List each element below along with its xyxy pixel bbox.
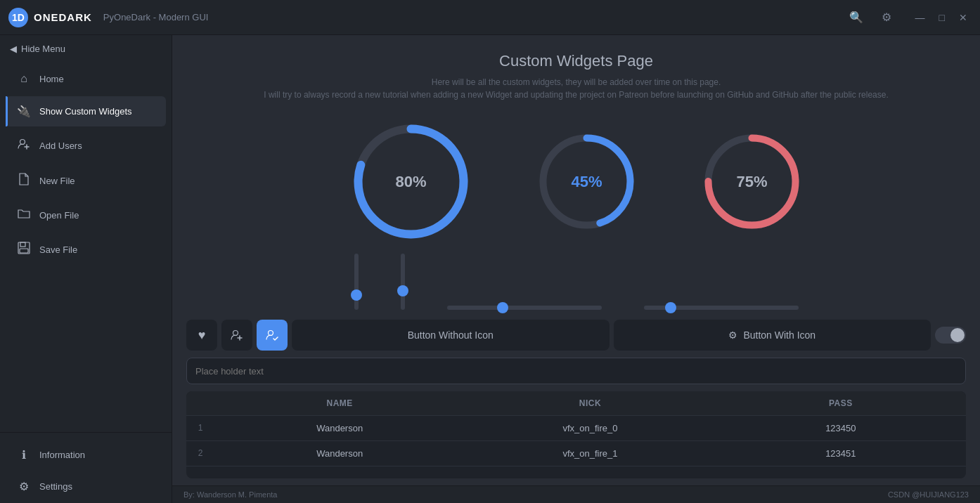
sliders-section: [172, 247, 980, 315]
vertical-slider-1[interactable]: [354, 254, 359, 310]
col-header-nick: NICK: [465, 397, 715, 410]
sidebar-item-save-file[interactable]: Save File: [6, 233, 166, 266]
sidebar-item-new-file[interactable]: New File: [6, 164, 166, 197]
sidebar-item-add-users[interactable]: Add Users: [6, 129, 166, 162]
app-name: ONEDARK: [34, 11, 92, 23]
title-bar-actions: 🔍 ⚙ — □ ✕: [845, 8, 972, 27]
circular-progress-1: 80%: [346, 117, 476, 247]
sidebar-label-show-custom-widgets: Show Custom Widgets: [39, 106, 132, 117]
gear-icon: ⚙: [17, 480, 31, 493]
data-table: NAME NICK PASS 1 Wanderson vfx_on_fire_0…: [186, 391, 966, 478]
cell-pass-2: 123451: [716, 447, 966, 460]
sidebar-label-home: Home: [39, 74, 64, 84]
chevron-left-icon: ◀: [10, 44, 17, 54]
circular-label-1: 80%: [395, 173, 426, 191]
content-area: Custom Widgets Page Here will be all the…: [172, 35, 980, 503]
page-description-2: I will try to always record a new tutori…: [186, 89, 966, 101]
cell-nick-2: vfx_on_fire_1: [465, 447, 715, 460]
title-bar: 1D ONEDARK PyOneDark - Modern GUI 🔍 ⚙ — …: [0, 0, 980, 35]
open-file-icon: [17, 208, 31, 222]
table-row: 2 Wanderson vfx_on_fire_1 123451: [186, 441, 966, 466]
sidebar-item-open-file[interactable]: Open File: [6, 200, 166, 230]
cell-name-1: Wanderson: [214, 422, 465, 435]
heart-button[interactable]: ♥: [186, 320, 217, 351]
footer-watermark: CSDN @HUIJIANG123: [888, 490, 969, 499]
sidebar-item-show-custom-widgets[interactable]: 🔌 Show Custom Widgets: [6, 96, 166, 126]
hide-menu-button[interactable]: ◀ Hide Menu: [0, 35, 172, 63]
sidebar-bottom: ℹ Information ⚙ Settings: [0, 432, 172, 503]
sidebar-label-open-file: Open File: [39, 210, 79, 221]
plugin-icon: 🔌: [17, 105, 31, 118]
circular-label-3: 75%: [736, 173, 767, 191]
sidebar-item-information[interactable]: ℹ Information: [6, 440, 166, 470]
svg-rect-5: [20, 249, 28, 253]
toggle-switch[interactable]: [935, 327, 966, 344]
settings-button[interactable]: ⚙: [877, 8, 896, 27]
page-header: Custom Widgets Page Here will be all the…: [172, 35, 980, 110]
button-with-icon[interactable]: ⚙ Button With Icon: [614, 320, 931, 351]
circular-progress-3: 75%: [697, 127, 806, 236]
vertical-slider-2[interactable]: [401, 254, 405, 310]
information-icon: ℹ: [17, 448, 31, 462]
cell-pass-1: 123450: [716, 422, 966, 435]
col-header-num: [186, 397, 214, 410]
horizontal-slider-1-container: [447, 306, 602, 310]
search-button[interactable]: 🔍: [845, 8, 868, 27]
circular-label-2: 45%: [571, 173, 602, 191]
sidebar-label-settings: Settings: [39, 481, 72, 492]
table-body: 1 Wanderson vfx_on_fire_0 123450 2 Wande…: [186, 416, 966, 478]
minimize-button[interactable]: —: [911, 9, 929, 26]
sidebar-item-home[interactable]: ⌂ Home: [6, 64, 166, 93]
button-without-icon[interactable]: Button Without Icon: [292, 320, 610, 351]
page-title: Custom Widgets Page: [186, 52, 966, 70]
horizontal-slider-2-container: [644, 306, 799, 310]
toggle-knob: [950, 328, 965, 342]
table-header: NAME NICK PASS: [186, 391, 966, 416]
cell-num-1: 1: [186, 422, 214, 435]
placeholder-input[interactable]: [186, 358, 966, 384]
close-button[interactable]: ✕: [955, 9, 972, 26]
cell-nick-1: vfx_on_fire_0: [465, 422, 715, 435]
col-header-pass: PASS: [716, 397, 966, 410]
add-users-icon: [17, 138, 31, 153]
horizontal-slider-2[interactable]: [644, 306, 799, 310]
sidebar-label-new-file: New File: [39, 176, 75, 186]
active-user-button[interactable]: [257, 320, 288, 351]
new-file-icon: [17, 173, 31, 188]
horizontal-slider-1[interactable]: [447, 306, 602, 310]
sidebar-label-information: Information: [39, 450, 85, 460]
col-header-name: NAME: [214, 397, 465, 410]
hide-menu-label: Hide Menu: [21, 44, 65, 54]
cell-num-2: 2: [186, 447, 214, 460]
window-controls: — □ ✕: [911, 9, 972, 26]
svg-rect-4: [20, 242, 25, 247]
sidebar: ◀ Hide Menu ⌂ Home 🔌 Show Custom Widgets…: [0, 35, 172, 503]
logo-icon: 1D: [8, 8, 28, 27]
page-description-1: Here will be all the custom widgets, the…: [186, 76, 966, 89]
gear-icon-btn: ⚙: [728, 329, 737, 341]
save-file-icon: [17, 242, 31, 257]
circular-progress-section: 80% 45% 75%: [172, 110, 980, 247]
sidebar-item-settings[interactable]: ⚙ Settings: [6, 471, 166, 502]
sidebar-label-add-users: Add Users: [39, 141, 82, 151]
table-row: 1 Wanderson vfx_on_fire_0 123450: [186, 416, 966, 441]
sidebar-label-save-file: Save File: [39, 244, 77, 255]
app-logo: 1D ONEDARK: [8, 8, 92, 27]
footer: By: Wanderson M. Pimenta CSDN @HUIJIANG1…: [172, 485, 980, 503]
vertical-slider-1-container: [354, 254, 359, 310]
home-icon: ⌂: [17, 72, 31, 85]
footer-credit: By: Wanderson M. Pimenta: [183, 490, 277, 499]
button-with-icon-label: Button With Icon: [743, 329, 815, 341]
app-subtitle: PyOneDark - Modern GUI: [103, 12, 209, 22]
add-user-button[interactable]: [221, 320, 252, 351]
cell-name-2: Wanderson: [214, 447, 465, 460]
main-layout: ◀ Hide Menu ⌂ Home 🔌 Show Custom Widgets…: [0, 35, 980, 503]
vertical-slider-2-container: [401, 254, 405, 310]
input-row: [172, 355, 980, 387]
buttons-row: ♥ Button Without Icon ⚙ Button: [172, 315, 980, 355]
circular-progress-2: 45%: [532, 127, 641, 236]
maximize-button[interactable]: □: [935, 9, 949, 26]
